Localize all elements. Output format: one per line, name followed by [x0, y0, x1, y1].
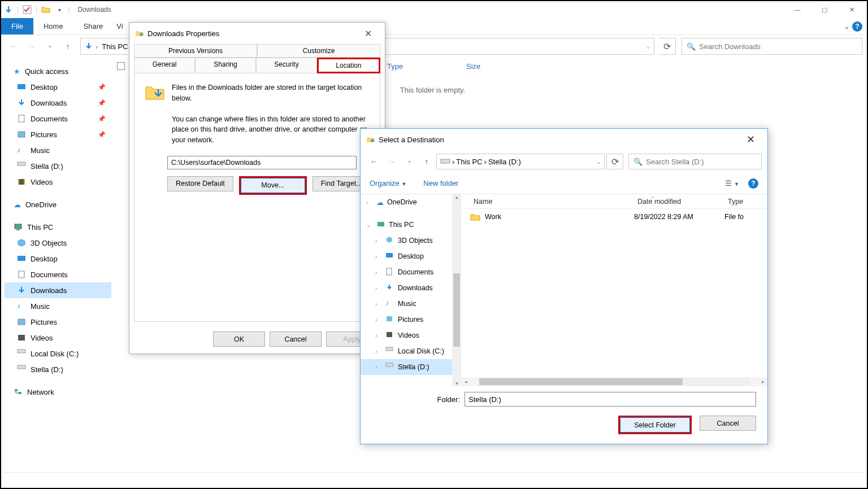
tree-music[interactable]: ›♪Music — [361, 296, 461, 312]
horizontal-scrollbar[interactable]: ◂ ▸ — [461, 377, 767, 386]
crumb-this-pc[interactable]: This PC — [456, 158, 482, 166]
tree-downloads[interactable]: ›Downloads — [361, 280, 461, 296]
view-tab[interactable]: Vi — [113, 18, 124, 34]
tree-3dobjects[interactable]: ›3D Objects — [361, 233, 461, 248]
cloud-icon: ☁ — [376, 198, 384, 207]
ok-button[interactable]: OK — [213, 331, 265, 347]
tree-videos[interactable]: ›Videos — [361, 328, 461, 343]
address-bar[interactable]: › This PC › Stella (D:) ⌄ — [436, 154, 605, 169]
label: Desktop — [398, 252, 424, 260]
tab-sharing[interactable]: Sharing — [195, 58, 256, 73]
col-type[interactable]: Type — [724, 198, 753, 206]
col-type[interactable]: Type — [381, 62, 461, 71]
folder-input[interactable] — [465, 392, 756, 407]
checkbox-icon[interactable] — [22, 5, 32, 15]
select-all-checkbox[interactable] — [117, 62, 125, 70]
sidebar-pc-stella[interactable]: Stella (D:) — [5, 361, 111, 377]
dialog-titlebar[interactable]: Downloads Properties ✕ — [129, 23, 385, 44]
network-header[interactable]: Network — [5, 384, 111, 400]
col-size[interactable]: Size — [461, 62, 517, 71]
sidebar-pc-documents[interactable]: Documents — [5, 267, 111, 282]
network-icon — [14, 387, 23, 396]
col-name[interactable]: Name⌃ — [470, 198, 634, 206]
tree-localdisk[interactable]: ›Local Disk (C:) — [361, 343, 461, 359]
sidebar-pc-3dobjects[interactable]: 3D Objects — [5, 235, 111, 251]
search-box[interactable]: 🔍 Search Downloads — [682, 38, 862, 55]
home-tab[interactable]: Home — [33, 18, 73, 34]
sidebar-pc-downloads[interactable]: Downloads — [5, 282, 111, 298]
down-arrow-icon[interactable] — [3, 5, 14, 15]
cancel-button[interactable]: Cancel — [700, 416, 756, 431]
sidebar-item-pictures[interactable]: Pictures📌 — [5, 126, 111, 142]
tab-location[interactable]: Location — [317, 58, 380, 73]
share-tab[interactable]: Share — [73, 18, 114, 34]
pc-icon — [14, 222, 23, 232]
sidebar-pc-music[interactable]: ♪Music — [5, 298, 111, 314]
tab-security[interactable]: Security — [256, 58, 317, 73]
cancel-button[interactable]: Cancel — [270, 331, 322, 347]
this-pc-header[interactable]: This PC — [5, 219, 111, 235]
dropdown-icon[interactable]: ⌄ — [646, 43, 650, 50]
tree-this-pc[interactable]: ⌄This PC — [361, 217, 461, 233]
list-item-work[interactable]: Work 8/19/2022 8:29 AM File fo — [461, 209, 767, 225]
forward-button[interactable]: → — [24, 38, 40, 54]
quick-access-header[interactable]: ★ Quick access — [5, 63, 111, 79]
tree-onedrive[interactable]: ›☁OneDrive — [361, 194, 461, 210]
view-options-button[interactable]: ☰ ▼ — [725, 179, 739, 187]
scroll-thumb[interactable] — [479, 378, 683, 385]
tree-stella[interactable]: ›Stella (D:) — [361, 359, 461, 375]
tree-pictures[interactable]: ›Pictures — [361, 312, 461, 328]
tree-scrollbar[interactable]: ▴ ▾ — [452, 194, 461, 386]
expand-icon[interactable]: ▾ — [54, 5, 64, 15]
file-tab[interactable]: File — [1, 18, 33, 34]
tree-desktop[interactable]: ›Desktop — [361, 248, 461, 264]
col-date[interactable]: Date modified — [634, 198, 724, 206]
path-input[interactable] — [167, 156, 357, 169]
onedrive-header[interactable]: ☁OneDrive — [5, 197, 111, 212]
help-icon[interactable]: ? — [748, 178, 758, 189]
organize-button[interactable]: Organize ▼ — [370, 179, 406, 187]
close-button[interactable]: ✕ — [357, 28, 379, 39]
refresh-button[interactable]: ⟳ — [659, 38, 676, 55]
sidebar-item-documents[interactable]: Documents📌 — [5, 111, 111, 126]
close-button[interactable]: ✕ — [839, 1, 865, 18]
recent-dropdown[interactable]: ▾ — [401, 154, 417, 169]
dialog-titlebar[interactable]: Select a Destination ✕ — [361, 129, 767, 150]
tree-documents[interactable]: ›Documents — [361, 264, 461, 280]
sidebar-item-videos[interactable]: Videos — [5, 174, 111, 190]
sidebar-item-stella[interactable]: Stella (D:) — [5, 158, 111, 174]
sidebar-pc-desktop[interactable]: Desktop — [5, 251, 111, 267]
select-folder-button[interactable]: Select Folder — [620, 417, 690, 433]
sidebar-pc-pictures[interactable]: Pictures — [5, 314, 111, 330]
sidebar-item-downloads[interactable]: Downloads📌 — [5, 95, 111, 111]
sidebar-item-music[interactable]: ♪Music — [5, 142, 111, 158]
tab-previous-versions[interactable]: Previous Versions — [134, 44, 257, 58]
collapse-ribbon-icon[interactable]: ⌄ — [844, 22, 850, 30]
crumb-stella[interactable]: Stella (D:) — [488, 158, 521, 166]
minimize-button[interactable]: — — [784, 1, 810, 18]
help-icon[interactable]: ? — [852, 21, 862, 32]
up-button[interactable]: ↑ — [419, 154, 435, 169]
download-icon — [17, 98, 26, 107]
sidebar-pc-videos[interactable]: Videos — [5, 330, 111, 346]
back-button[interactable]: ← — [366, 154, 382, 169]
recent-dropdown[interactable]: ▾ — [42, 38, 58, 54]
scroll-thumb[interactable] — [453, 273, 460, 347]
move-button[interactable]: Move... — [241, 178, 305, 193]
up-button[interactable]: ↑ — [60, 38, 76, 54]
sidebar-pc-localdisk[interactable]: Local Disk (C:) — [5, 346, 111, 361]
refresh-button[interactable]: ⟳ — [606, 154, 623, 169]
back-button[interactable]: ← — [6, 38, 21, 54]
maximize-button[interactable]: ▢ — [811, 1, 837, 18]
close-button[interactable]: ✕ — [739, 133, 762, 146]
download-icon — [17, 286, 26, 295]
forward-button[interactable]: → — [384, 154, 400, 169]
new-folder-button[interactable]: New folder — [423, 179, 458, 187]
restore-default-button[interactable]: Restore Default — [167, 176, 233, 191]
crumb-this-pc[interactable]: This PC — [100, 42, 129, 51]
dropdown-icon[interactable]: ⌄ — [596, 159, 601, 165]
tab-customize[interactable]: Customize — [257, 44, 380, 58]
sidebar-item-desktop[interactable]: Desktop📌 — [5, 79, 111, 95]
search-box[interactable]: 🔍 Search Stella (D:) — [628, 154, 762, 169]
tab-general[interactable]: General — [134, 58, 195, 73]
